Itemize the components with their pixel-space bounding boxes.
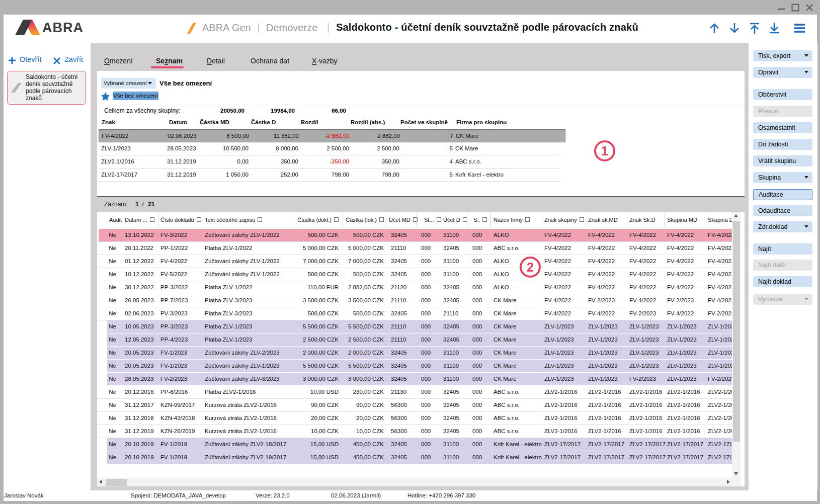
action-button-ob-erstvit[interactable]: Občerstvit: [753, 89, 812, 100]
favorite-restriction-button[interactable]: Vše bez omezení: [113, 92, 158, 100]
action-button-do-dost-[interactable]: Do žádostí: [753, 139, 812, 150]
scroll-to-bottom-icon[interactable]: [769, 23, 780, 36]
scroll-up-icon[interactable]: [709, 23, 720, 36]
action-button-osamostatnit[interactable]: Osamostatnit: [753, 122, 812, 133]
column-filter-box-icon[interactable]: [197, 217, 201, 222]
journal-table-row[interactable]: Ne26.05.2023PP-7/2023Platba ZLV-3/20233 …: [97, 294, 732, 307]
scroll-down-icon[interactable]: [729, 23, 740, 36]
tab-omezen-[interactable]: Omezení: [104, 57, 133, 65]
journal-column-header[interactable]: Znak skupiny: [544, 212, 584, 228]
journal-column-header[interactable]: Částka (dokl.): [278, 212, 339, 228]
cell-firma: ALKO: [494, 255, 509, 268]
action-button-auditace[interactable]: Auditace: [753, 189, 812, 200]
menu-icon[interactable]: [794, 24, 805, 35]
open-button[interactable]: [8, 56, 16, 66]
groups-table-row[interactable]: ZLV2-1/201631.12.20190,00350,00-350,0035…: [99, 155, 565, 169]
action-button-vyrovnat[interactable]: Vyrovnat: [753, 294, 812, 305]
breadcrumb-environment[interactable]: Demoverze: [266, 22, 317, 34]
cell-castka_dokl: 2 000,00 CZK: [278, 347, 339, 359]
action-button-skupina[interactable]: Skupina: [753, 172, 812, 183]
favorite-star-icon[interactable]: [101, 92, 110, 103]
action-button-odauditace[interactable]: Odauditace: [753, 205, 812, 216]
groups-table-row[interactable]: FV-4/202202.06.20238 500,0011 382,00-2 8…: [99, 129, 565, 142]
journal-column-header[interactable]: Číslo dokladu: [160, 212, 201, 228]
groups-column-header[interactable]: Částka D: [251, 116, 276, 128]
action-button-zdr-doklad[interactable]: Zdr.doklad: [753, 221, 812, 232]
scroll-to-top-icon[interactable]: [749, 23, 760, 36]
open-button-label[interactable]: Otevřít: [20, 55, 42, 63]
groups-column-header[interactable]: Datum: [169, 116, 187, 128]
column-filter-box-icon[interactable]: [150, 217, 154, 222]
hscroll-left-button[interactable]: [97, 478, 105, 486]
groups-column-header[interactable]: Počet ve skupině: [400, 116, 448, 128]
tab-detail[interactable]: Detail: [207, 57, 225, 65]
journal-column-header[interactable]: Datum ...: [125, 212, 154, 228]
journal-table-row[interactable]: Ne31.12.2018KZN-43/2018Kurzová ztráta ZL…: [97, 412, 732, 425]
action-button-naj-t-doklad[interactable]: Najít doklad: [753, 276, 812, 287]
journal-table-row[interactable]: Ne13.10.2022FV-3/2022Zúčtování zálohy ZL…: [97, 229, 732, 242]
restriction-dropdown[interactable]: Vybrané omezení: [101, 78, 156, 89]
close-button-label[interactable]: Zavřít: [64, 55, 83, 63]
journal-column-header[interactable]: Text účetního zápisu: [205, 212, 262, 228]
journal-table-row[interactable]: Ne12.05.2023PP-4/2023Platba ZLV-1/20232 …: [97, 333, 732, 347]
vscroll-down-button[interactable]: [732, 469, 741, 478]
journal-column-header[interactable]: Název firmy: [494, 212, 530, 228]
column-filter-box-icon[interactable]: [525, 217, 530, 222]
tab-seznam[interactable]: Seznam: [156, 57, 183, 65]
journal-table-row[interactable]: Ne31.12.2019KZN-26/2019Kurzová ztráta ZL…: [97, 425, 732, 438]
journal-table-row[interactable]: Ne28.05.2023FV-2/2023Zúčtování zálohy ZL…: [97, 373, 732, 386]
journal-table-row[interactable]: Ne01.12.2022FV-4/2022Zúčtování zálohy ZL…: [97, 255, 732, 268]
journal-table-row[interactable]: Ne31.12.2017KZN-99/2017Kurzová ztráta ZL…: [97, 399, 732, 412]
groups-table-row[interactable]: ZLV-1/202328.05.202310 500,008 000,002 5…: [99, 142, 565, 155]
journal-column-header[interactable]: Znak sk.MD: [588, 212, 618, 228]
hscroll-right-button[interactable]: [724, 478, 732, 486]
groups-column-header[interactable]: Firma pro skupinu: [456, 116, 507, 128]
journal-table-row[interactable]: Ne20.05.2023FV-1/2023Zúčtování zálohy ZL…: [97, 347, 732, 360]
column-filter-box-icon[interactable]: [482, 217, 487, 222]
vscroll-thumb[interactable]: [733, 221, 740, 442]
vscroll-up-button[interactable]: [732, 212, 741, 220]
journal-column-header[interactable]: Znak Sk.D: [629, 212, 655, 228]
open-document-card[interactable]: Saldokonto - účetnídeník souvztažněpodle…: [7, 71, 86, 105]
tab-ochrana-dat[interactable]: Ochrana dat: [251, 57, 289, 65]
action-button-naj-t[interactable]: Najít: [753, 243, 812, 255]
column-filter-box-icon[interactable]: [379, 217, 384, 222]
close-doc-button[interactable]: [53, 57, 60, 66]
groups-column-header[interactable]: Částka MD: [200, 116, 229, 128]
journal-table-row[interactable]: Ne10.12.2022FV-5/2022Zúčtování zálohy ZL…: [97, 268, 732, 281]
action-button-vr-tit-skupinu[interactable]: Vrátit skupinu: [753, 155, 812, 166]
journal-column-header[interactable]: Skupina MD: [667, 212, 697, 228]
action-button-tisk-export[interactable]: Tisk, export: [753, 50, 812, 61]
journal-table-row[interactable]: Ne20.10.2019FV-1/2019Zúčtování zálohy ZL…: [97, 438, 732, 451]
column-filter-box-icon[interactable]: [580, 217, 584, 222]
journal-table-row[interactable]: Ne20.11.2022PP-1/2022Platba ZLV-1/20225 …: [97, 242, 732, 255]
groups-column-header[interactable]: Rozdíl (abs.): [351, 116, 385, 128]
journal-table-row[interactable]: Ne02.06.2023PV-3/2023Platba ZLV-3/202350…: [97, 307, 732, 320]
journal-column-header[interactable]: Skupina D: [708, 212, 732, 228]
cell-castka_lok: 90,00 CZK: [334, 399, 384, 411]
journal-column-header[interactable]: Účet MD: [389, 212, 418, 228]
action-button-p-esun[interactable]: Přesun: [753, 106, 812, 117]
journal-table-row[interactable]: Ne20.05.2023FV-1/2023Zúčtování zálohy ZL…: [97, 360, 732, 373]
journal-table-row[interactable]: Ne20.10.2019FV-1/2019Zúčtování zálohy ZL…: [97, 451, 732, 464]
journal-table-row[interactable]: Ne20.12.2016PP-8/2016Platba ZLV2-1/20161…: [97, 386, 732, 399]
action-button-naj-t-dal-[interactable]: Najít další: [753, 260, 812, 271]
journal-column-header[interactable]: Účet D: [443, 212, 467, 228]
groups-table-row[interactable]: ZLV2-17/201731.12.20191 050,00252,00798,…: [99, 169, 565, 182]
minimize-button[interactable]: [777, 4, 785, 12]
groups-column-header[interactable]: Rozdíl: [301, 116, 318, 128]
breadcrumb-app[interactable]: ABRA Gen: [202, 22, 251, 34]
close-button[interactable]: [805, 4, 813, 12]
journal-table-row[interactable]: Ne10.05.2023PP-3/2023Platba ZLV-1/20235 …: [97, 320, 732, 333]
column-filter-box-icon[interactable]: [258, 217, 262, 222]
maximize-button[interactable]: [791, 4, 799, 12]
hscroll-thumb[interactable]: [106, 479, 127, 486]
journal-column-header[interactable]: S..: [473, 212, 487, 228]
journal-column-header[interactable]: Audit: [109, 212, 122, 228]
groups-column-header[interactable]: Znak: [102, 116, 115, 128]
journal-table-row[interactable]: Ne30.12.2022PP-3/2022Platba ZLV-1/202211…: [97, 281, 732, 294]
action-button-opravit[interactable]: Opravit: [753, 67, 812, 78]
tab-x-vazby[interactable]: X-vazby: [312, 57, 338, 65]
cell-castka_d: 11 382,00: [245, 130, 299, 142]
journal-column-header[interactable]: Částka (lok.): [334, 212, 384, 228]
